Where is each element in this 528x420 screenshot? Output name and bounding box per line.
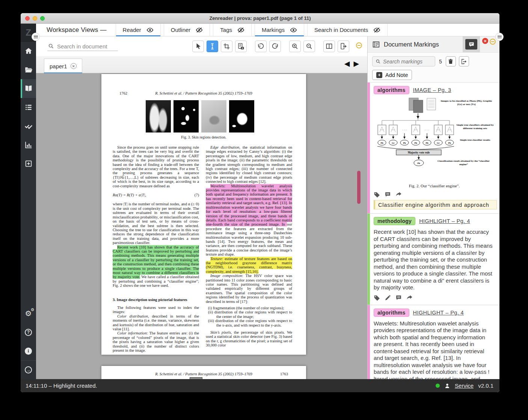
share-icon[interactable]	[406, 295, 413, 301]
pdf-page-2: R. Schettini et al. / Pattern Recognitio…	[101, 366, 306, 379]
status-message: 14:11:10 – Highlight created.	[26, 382, 97, 389]
pink-highlight: Wavelets: Multiresolution wavelet analys…	[206, 184, 292, 227]
close-tab-icon[interactable]: ✕	[71, 63, 77, 69]
sidebar-item-tasks[interactable]	[21, 117, 36, 135]
tab-outliner[interactable]: Outliner	[164, 24, 210, 36]
sidebar-item-statistics[interactable]	[21, 135, 36, 154]
tag-icon[interactable]	[374, 191, 380, 198]
paragraph-highlighted-green: Recent work [10] has shown that the accu…	[113, 245, 199, 288]
tab-tags[interactable]: Tags	[213, 24, 252, 36]
zoom-out-button[interactable]	[303, 41, 315, 52]
sidebar-item-reader[interactable]	[21, 79, 36, 98]
pdf-page-1: 1762 R. Schettini et al. / Pattern Recog…	[101, 74, 306, 355]
plus-square-icon	[24, 160, 33, 168]
tag-badge[interactable]: algorithms	[374, 86, 409, 94]
delete-markings-button[interactable]	[446, 56, 456, 66]
left-panel-menu-button[interactable]	[32, 33, 40, 41]
sidebar-item-documents[interactable]	[21, 60, 36, 79]
figure-label-final: Classification result obtained by the “c…	[434, 160, 493, 166]
document-search-input[interactable]	[57, 43, 117, 50]
marking-link[interactable]: IMAGE – Pg. 3	[413, 87, 451, 93]
sidebar-item-info[interactable]: i	[21, 342, 36, 360]
eye-off-icon[interactable]	[237, 27, 244, 33]
marking-card-highlight-methodology[interactable]: methodology HIGHLIGHT – Pg. 4 Recent wor…	[368, 214, 499, 305]
sidebar-item-add[interactable]	[21, 154, 36, 173]
share-icon[interactable]	[395, 191, 402, 198]
equation-7: Rα(T) = R(T) + α|T|, (7)	[113, 193, 199, 197]
marking-link[interactable]: HIGHLIGHT – Pg. 4	[413, 310, 464, 316]
tab-search-in-documents[interactable]: Search in Documents	[307, 24, 388, 36]
eye-off-icon[interactable]	[196, 27, 203, 33]
sidebar-item-settings[interactable]: ⚙⚙	[21, 304, 36, 323]
pdf-viewer[interactable]: 1762 R. Schettini et al. / Pattern Recog…	[36, 73, 367, 379]
comment-icon[interactable]	[395, 295, 402, 301]
collapse-panel-button[interactable]	[490, 39, 496, 45]
viewer-scrollbar[interactable]	[357, 171, 361, 204]
tag-badge[interactable]: algorithms	[374, 309, 409, 317]
crop-tool-button[interactable]	[221, 41, 232, 52]
tool-buttons	[192, 41, 349, 52]
right-panel-menu-button[interactable]	[495, 33, 504, 41]
eye-icon[interactable]	[146, 27, 154, 33]
collapse-toolbar-button[interactable]	[356, 42, 362, 48]
app-window: Zenreader | prova: paper1.pdf (page 1 of…	[21, 13, 499, 392]
paragraph: Edge distribution, the statistical infor…	[206, 145, 292, 184]
figure-label-classifiers: Single tree classifiers obtained by diff…	[456, 123, 494, 130]
marking-card-image[interactable]: algorithms IMAGE – Pg. 3	[368, 83, 499, 214]
zoom-in-button[interactable]	[289, 41, 301, 52]
document-tab-label: paper1	[50, 63, 67, 69]
two-page-view-button[interactable]	[323, 41, 335, 52]
panel-header: Document Markings ✕	[368, 36, 499, 53]
eye-off-icon[interactable]	[373, 27, 380, 33]
comment-icon[interactable]	[385, 191, 391, 198]
svg-text:- - -: - - -	[402, 128, 407, 132]
markings-search[interactable]	[372, 56, 435, 66]
prev-page-button[interactable]: ◀	[344, 60, 350, 67]
redo-icon	[272, 43, 279, 50]
paragraph-text: our procedure the features are extracted…	[206, 222, 292, 256]
italic-lead: Wavelets	[210, 184, 224, 188]
snapshot-tool-button[interactable]	[235, 41, 247, 52]
highlight-text: : Multiresolution wavelet analysis provi…	[206, 184, 292, 227]
highlight-text: Recent work [10] has shown that the accu…	[374, 229, 495, 291]
sidebar-item-help[interactable]: ?	[21, 323, 36, 342]
marking-card-highlight-algorithms[interactable]: algorithms HIGHLIGHT – Pg. 4 Wavelets: M…	[368, 305, 499, 379]
next-page-button[interactable]: ▶	[353, 60, 359, 67]
tab-markings[interactable]: Markings	[255, 24, 304, 36]
tab-reader[interactable]: Reader	[116, 24, 161, 36]
eye-icon[interactable]	[290, 27, 297, 33]
italic-lead: Edge distribution	[210, 145, 239, 149]
note-icon	[468, 41, 475, 48]
tag-icon[interactable]	[374, 295, 380, 301]
add-note-button[interactable]: + Add Note	[372, 70, 412, 80]
document-tab-paper1[interactable]: paper1 ✕	[44, 59, 82, 73]
notes-toggle-button[interactable]	[465, 39, 477, 50]
document-search[interactable]	[47, 42, 118, 51]
export-document-button[interactable]	[338, 41, 349, 52]
document-toolbar	[36, 36, 367, 56]
sidebar-item-logout[interactable]: →	[21, 360, 36, 379]
tag-badge[interactable]: methodology	[374, 217, 415, 225]
sidebar-item-home[interactable]	[21, 42, 36, 60]
markings-search-input[interactable]	[383, 59, 432, 65]
pointer-tool-button[interactable]	[192, 41, 204, 52]
tab-outliner-label: Outliner	[171, 27, 191, 33]
status-bar: 14:11:10 – Highlight created. Service v2…	[21, 379, 499, 392]
close-panel-button[interactable]: ✕	[482, 38, 488, 44]
figure3-skin-mask-2	[229, 100, 254, 132]
figure3-photo-1	[146, 100, 171, 132]
leaf-label: Gr	[392, 142, 395, 144]
card-note-input[interactable]	[374, 200, 497, 209]
text-select-tool-button[interactable]	[207, 41, 218, 52]
service-link[interactable]: Service	[455, 382, 474, 389]
redo-button[interactable]	[269, 41, 281, 52]
markings-list[interactable]: algorithms IMAGE – Pg. 3	[368, 83, 499, 379]
marking-link[interactable]: HIGHLIGHT – Pg. 4	[419, 218, 470, 224]
sidebar-item-list[interactable]	[21, 98, 36, 117]
export-markings-button[interactable]	[459, 56, 469, 66]
undo-button[interactable]	[255, 41, 267, 52]
page-number: 1763	[280, 372, 288, 376]
export-document-icon	[340, 43, 347, 50]
paragraph: Color distribution, described in terms o…	[113, 314, 199, 331]
edit-pencil-icon[interactable]	[385, 295, 391, 301]
